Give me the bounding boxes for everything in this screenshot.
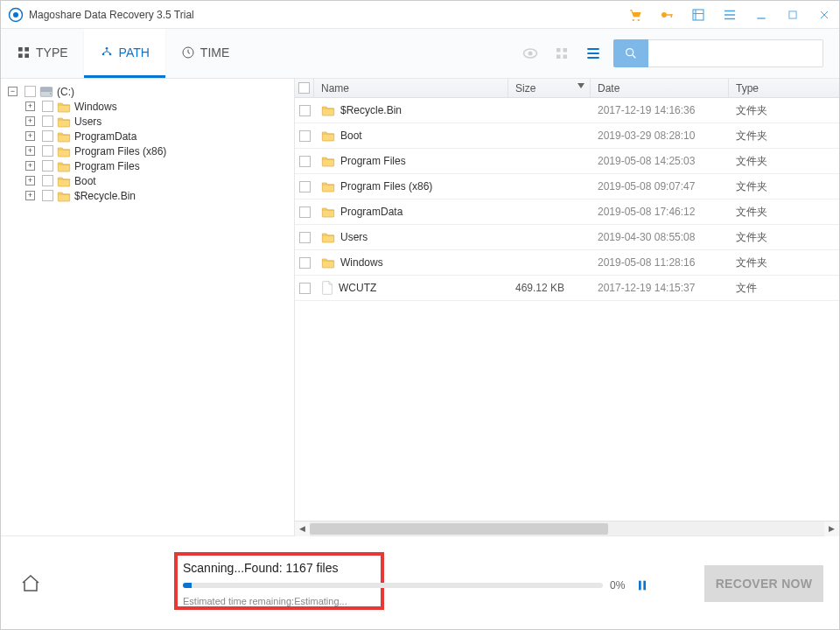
collapse-icon[interactable]: − [8, 87, 18, 96]
tree-item[interactable]: +Program Files (x86) [8, 144, 287, 158]
table-row[interactable]: $Recycle.Bin2017-12-19 14:16:36文件夹 [295, 98, 839, 123]
progress-fill [183, 583, 192, 588]
app-logo-icon [8, 7, 24, 23]
row-size: 469.12 KB [508, 282, 591, 294]
home-button[interactable] [17, 570, 45, 598]
row-checkbox[interactable] [299, 257, 311, 269]
row-type: 文件夹 [729, 129, 839, 144]
folder-icon [57, 116, 71, 128]
tree-root-label: (C:) [57, 86, 74, 98]
preview-icon[interactable] [521, 44, 540, 63]
share-icon[interactable] [690, 7, 706, 23]
progress-block: Scanning...Found: 1167 files 0% Estimate… [183, 561, 682, 606]
row-date: 2019-05-08 14:25:03 [591, 155, 729, 167]
tab-time[interactable]: TIME [165, 29, 245, 78]
tree-checkbox[interactable] [42, 130, 53, 142]
row-checkbox[interactable] [299, 156, 311, 167]
column-header-name[interactable]: Name [314, 79, 508, 97]
svg-point-2 [633, 18, 634, 20]
folder-icon [321, 180, 335, 192]
tree-item[interactable]: +ProgramData [8, 129, 287, 144]
expand-icon[interactable]: + [25, 146, 35, 156]
row-date: 2019-04-30 08:55:08 [591, 231, 729, 243]
row-checkbox[interactable] [299, 206, 311, 218]
file-icon [321, 281, 333, 295]
menu-icon[interactable] [722, 7, 738, 23]
tree-checkbox[interactable] [42, 101, 53, 112]
app-title: Magoshare Data Recovery 3.5 Trial [29, 9, 627, 21]
tree-checkbox[interactable] [42, 145, 53, 157]
table-row[interactable]: WCUTZ469.12 KB2017-12-19 14:15:37文件 [295, 276, 839, 301]
tree-checkbox[interactable] [24, 86, 36, 97]
main-body: − (C:) +Windows+Users+ProgramData+Progra… [1, 79, 839, 536]
recover-button[interactable]: RECOVER NOW [704, 565, 823, 602]
table-row[interactable]: ProgramData2019-05-08 17:46:12文件夹 [295, 200, 839, 225]
row-checkbox[interactable] [299, 181, 311, 192]
tree-item-label: $Recycle.Bin [74, 190, 136, 202]
svg-rect-12 [24, 53, 29, 58]
tree-item-label: Users [74, 116, 102, 128]
tree-item[interactable]: +$Recycle.Bin [8, 188, 287, 203]
row-date: 2017-12-19 14:16:36 [591, 104, 729, 116]
horizontal-scrollbar[interactable]: ◀ ▶ [295, 521, 839, 536]
cart-icon[interactable] [627, 7, 643, 23]
folder-icon [57, 175, 71, 187]
key-icon[interactable] [659, 7, 675, 23]
row-date: 2019-05-08 11:28:16 [591, 256, 729, 269]
table-row[interactable]: Users2019-04-30 08:55:08文件夹 [295, 225, 839, 250]
tree-checkbox[interactable] [42, 160, 53, 172]
row-name: Program Files (x86) [340, 180, 432, 192]
row-name: Program Files [340, 155, 406, 167]
column-header-type[interactable]: Type [729, 79, 839, 97]
row-date: 2017-12-19 14:15:37 [591, 282, 729, 294]
row-checkbox[interactable] [299, 232, 311, 243]
table-row[interactable]: Boot2019-03-29 08:28:10文件夹 [295, 123, 839, 149]
tree-root[interactable]: − (C:) [8, 84, 287, 99]
eta-text: Estimated time remaining:Estimating... [183, 596, 682, 606]
close-button[interactable] [816, 7, 832, 23]
folder-tree: − (C:) +Windows+Users+ProgramData+Progra… [1, 79, 294, 536]
row-checkbox[interactable] [299, 130, 311, 142]
tree-item-label: Windows [74, 101, 117, 113]
expand-icon[interactable]: + [25, 102, 35, 111]
scroll-thumb[interactable] [310, 523, 608, 535]
expand-icon[interactable]: + [25, 176, 35, 186]
tree-checkbox[interactable] [42, 175, 53, 186]
table-row[interactable]: Program Files (x86)2019-05-08 09:07:47文件… [295, 174, 839, 200]
select-all-checkbox[interactable] [298, 82, 310, 94]
row-checkbox[interactable] [299, 283, 311, 294]
sort-desc-icon [578, 83, 584, 88]
tree-item[interactable]: +Program Files [8, 158, 287, 173]
row-type: 文件夹 [729, 103, 839, 118]
expand-icon[interactable]: + [25, 131, 35, 141]
tree-item[interactable]: +Users [8, 114, 287, 129]
column-header-date[interactable]: Date [591, 79, 729, 97]
scroll-right-button[interactable]: ▶ [824, 522, 839, 536]
expand-icon[interactable]: + [25, 161, 35, 171]
folder-icon [321, 155, 335, 167]
tree-checkbox[interactable] [42, 116, 53, 127]
expand-icon[interactable]: + [25, 191, 35, 200]
expand-icon[interactable]: + [25, 116, 35, 126]
pause-button[interactable] [630, 578, 654, 592]
row-checkbox[interactable] [299, 105, 311, 116]
tree-checkbox[interactable] [42, 190, 53, 201]
table-row[interactable]: Program Files2019-05-08 14:25:03文件夹 [295, 149, 839, 174]
svg-point-4 [662, 12, 667, 18]
grid-view-icon[interactable] [552, 44, 571, 63]
table-row[interactable]: Windows2019-05-08 11:28:16文件夹 [295, 250, 839, 276]
search-input[interactable] [648, 39, 823, 67]
tree-item-label: Boot [74, 175, 96, 187]
tree-item[interactable]: +Windows [8, 99, 287, 114]
tab-path[interactable]: PATH [84, 29, 165, 78]
column-header-size[interactable]: Size [508, 79, 591, 97]
minimize-button[interactable] [753, 7, 769, 23]
search-button[interactable] [613, 39, 648, 67]
tab-type[interactable]: TYPE [1, 29, 84, 78]
scroll-left-button[interactable]: ◀ [295, 522, 310, 536]
list-view-icon[interactable] [584, 44, 603, 63]
svg-rect-19 [556, 48, 561, 52]
maximize-button[interactable] [785, 7, 801, 23]
tree-item[interactable]: +Boot [8, 173, 287, 188]
svg-rect-25 [40, 87, 52, 91]
